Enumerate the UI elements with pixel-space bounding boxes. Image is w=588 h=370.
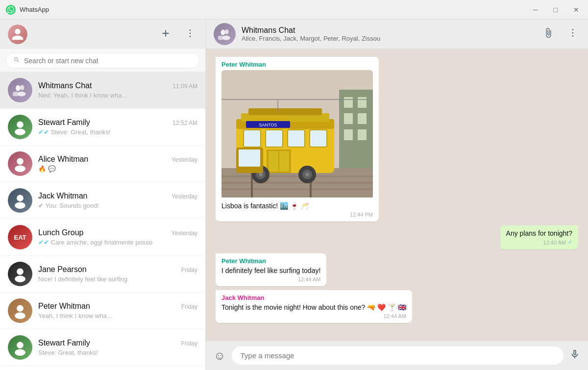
svg-point-11 [17, 195, 24, 201]
svg-point-3 [16, 85, 21, 91]
chat-header: Whitmans Chat Alice, Francis, Jack, Marg… [206, 20, 588, 49]
chat-info: Lunch Group Yesterday ✔✔ Care amiche, og… [38, 228, 197, 246]
chat-header-actions [541, 25, 580, 43]
chat-item-jane-pearson[interactable]: Jane Pearson Friday Nice! I definitely f… [0, 256, 205, 293]
svg-point-10 [15, 165, 25, 172]
message-time-row: 12:44 AM [221, 276, 320, 282]
svg-point-56 [305, 173, 309, 176]
message-time-row: 12:40 AM ✓ [506, 239, 572, 246]
svg-rect-29 [358, 97, 367, 108]
svg-point-17 [17, 342, 24, 348]
menu-button[interactable] [183, 26, 197, 43]
chat-top: Peter Whitman Friday [38, 302, 197, 311]
chat-time: Yesterday [172, 156, 197, 163]
chat-info: Alice Whitman Yesterday 🔥 💬 [38, 155, 197, 173]
chat-header-avatar [214, 23, 236, 45]
chat-item-lunch-group[interactable]: EAT Lunch Group Yesterday ✔✔ Care amiche… [0, 219, 205, 256]
svg-point-25 [572, 35, 574, 37]
search-input-wrap[interactable] [6, 53, 199, 68]
chat-avatar [8, 151, 32, 176]
new-chat-button[interactable] [158, 26, 173, 43]
svg-point-24 [572, 32, 574, 34]
svg-rect-28 [344, 97, 353, 108]
message-time: 12:44 PM [350, 212, 373, 218]
chat-item-stewart-family-2[interactable]: Stewart Family Friday Steve: Great, than… [0, 329, 205, 366]
emoji-button[interactable]: ☺ [214, 349, 226, 363]
svg-point-19 [220, 29, 225, 35]
message-time-row: 12:44 PM [221, 212, 373, 218]
chat-item-jack-whitman[interactable]: Jack Whitman Yesterday ✔ You: Sounds goo… [0, 182, 205, 219]
svg-rect-46 [288, 130, 305, 147]
chat-time: Friday [181, 267, 197, 273]
microphone-button[interactable] [569, 349, 580, 363]
message-text: Lisboa is fantastic! 🏙️ 🍷 🥂 [221, 202, 373, 210]
chat-avatar [8, 262, 32, 286]
svg-rect-47 [310, 130, 327, 147]
svg-rect-60 [239, 149, 260, 167]
chat-avatar [8, 115, 32, 139]
chat-avatar [8, 335, 32, 360]
chat-item-whitmans-chat[interactable]: Whitmans Chat 11:09 AM Ned: Yeah, I thin… [0, 72, 205, 109]
message-sender: Peter Whitman [221, 61, 373, 68]
svg-rect-32 [344, 129, 353, 140]
chat-name: Stewart Family [38, 339, 90, 347]
chat-item-stewart-family[interactable]: Stewart Family 12:52 AM ✔✔ Steve: Great,… [0, 109, 205, 146]
search-input[interactable] [24, 57, 192, 65]
svg-point-4 [20, 85, 24, 90]
sidebar-actions [158, 26, 197, 43]
message-text: I definitely feel like surfing today! [221, 267, 320, 274]
svg-point-1 [190, 32, 191, 34]
svg-rect-50 [279, 151, 289, 172]
chat-info: Peter Whitman Friday Yeah, I think I kno… [38, 302, 197, 320]
chat-avatar [8, 188, 32, 213]
chat-time: Friday [181, 340, 197, 347]
message-time: 12:44 AM [298, 276, 320, 282]
chat-top: Stewart Family Friday [38, 339, 197, 347]
chat-info: Stewart Family 12:52 AM ✔✔ Steve: Great,… [38, 118, 197, 136]
message-time-row: 12:44 AM [221, 313, 406, 319]
chat-time: Friday [181, 303, 197, 310]
titlebar: WhatsApp ─ □ ✕ [0, 0, 588, 20]
chat-top: Jack Whitman Yesterday [38, 192, 197, 200]
chat-avatar [8, 78, 32, 102]
svg-point-9 [17, 158, 24, 165]
message-sender: Jack Whitman [221, 294, 406, 301]
chat-preview: Ned: Yeah, I think I know wha... [38, 92, 197, 99]
chat-header-members: Alice, Francis, Jack, Margot, Peter, Roy… [242, 35, 535, 42]
app-title: WhatsApp [20, 6, 49, 13]
chat-item-peter-whitman[interactable]: Peter Whitman Friday Yeah, I think I kno… [0, 293, 205, 329]
messages-list: Peter Whitman [206, 49, 588, 341]
chat-header-info: Whitmans Chat Alice, Francis, Jack, Marg… [242, 26, 535, 42]
svg-text:SANTOS: SANTOS [259, 123, 277, 127]
chat-top: Whitmans Chat 11:09 AM [38, 81, 197, 90]
svg-point-16 [15, 312, 25, 319]
my-avatar[interactable] [8, 25, 27, 44]
message-input[interactable] [232, 346, 564, 365]
svg-point-12 [15, 202, 25, 209]
chat-menu-button[interactable] [565, 25, 580, 43]
message-time: 12:44 AM [383, 313, 406, 319]
message-jack-movie: Jack Whitman Tonight is the movie night!… [216, 290, 412, 323]
chat-top: Stewart Family 12:52 AM [38, 118, 197, 127]
chat-name: Peter Whitman [38, 302, 90, 311]
chat-list: Whitmans Chat 11:09 AM Ned: Yeah, I thin… [0, 72, 205, 370]
chat-info: Stewart Family Friday Steve: Great, than… [38, 339, 197, 356]
chat-name: Jane Pearson [38, 265, 87, 274]
chat-item-alice-whitman[interactable]: Alice Whitman Yesterday 🔥 💬 [0, 146, 205, 182]
attach-button[interactable] [541, 25, 556, 43]
message-time: 12:40 AM [543, 240, 566, 246]
chat-time: Yesterday [172, 230, 197, 237]
minimize-button[interactable]: ─ [530, 5, 541, 15]
message-peter-image: Peter Whitman [216, 57, 379, 222]
chat-info: Jane Pearson Friday Nice! I definitely f… [38, 265, 197, 283]
svg-rect-36 [221, 182, 373, 184]
svg-rect-31 [358, 113, 367, 124]
chat-area: Whitmans Chat Alice, Francis, Jack, Marg… [206, 20, 588, 370]
svg-point-23 [572, 29, 574, 30]
titlebar-controls: ─ □ ✕ [530, 5, 582, 15]
maximize-button[interactable]: □ [551, 5, 561, 15]
close-button[interactable]: ✕ [570, 5, 582, 15]
svg-rect-33 [358, 129, 367, 140]
chat-preview: Yeah, I think I know wha... [38, 312, 197, 320]
chat-preview: 🔥 💬 [38, 165, 197, 173]
